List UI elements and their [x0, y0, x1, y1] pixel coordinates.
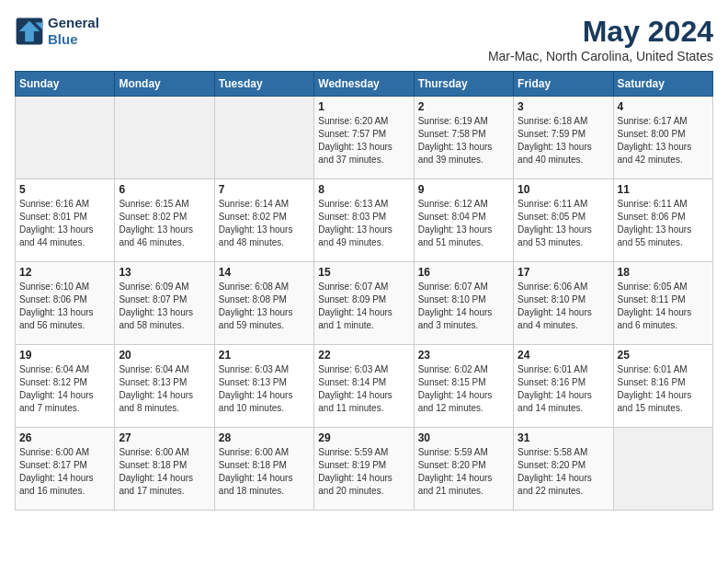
calendar-week-2: 5Sunrise: 6:16 AM Sunset: 8:01 PM Daylig…	[16, 179, 713, 262]
weekday-header-friday: Friday	[514, 72, 613, 97]
calendar-week-5: 26Sunrise: 6:00 AM Sunset: 8:17 PM Dayli…	[16, 428, 713, 511]
day-number: 28	[219, 431, 310, 444]
day-info: Sunrise: 5:59 AM Sunset: 8:19 PM Dayligh…	[318, 446, 409, 498]
day-number: 18	[618, 266, 709, 279]
weekday-header-thursday: Thursday	[414, 72, 513, 97]
calendar-cell: 11Sunrise: 6:11 AM Sunset: 8:06 PM Dayli…	[613, 179, 712, 262]
calendar-cell: 13Sunrise: 6:09 AM Sunset: 8:07 PM Dayli…	[115, 262, 214, 345]
calendar-cell: 30Sunrise: 5:59 AM Sunset: 8:20 PM Dayli…	[414, 428, 513, 511]
calendar-cell: 31Sunrise: 5:58 AM Sunset: 8:20 PM Dayli…	[514, 428, 613, 511]
calendar-cell: 1Sunrise: 6:20 AM Sunset: 7:57 PM Daylig…	[314, 97, 414, 179]
day-number: 5	[19, 183, 110, 196]
day-info: Sunrise: 6:07 AM Sunset: 8:10 PM Dayligh…	[418, 281, 509, 332]
day-info: Sunrise: 5:59 AM Sunset: 8:20 PM Dayligh…	[418, 446, 509, 498]
day-info: Sunrise: 6:02 AM Sunset: 8:15 PM Dayligh…	[418, 363, 509, 415]
day-number: 24	[518, 349, 609, 362]
day-info: Sunrise: 6:03 AM Sunset: 8:13 PM Dayligh…	[219, 363, 310, 415]
day-number: 27	[119, 431, 210, 444]
day-info: Sunrise: 6:12 AM Sunset: 8:04 PM Dayligh…	[418, 198, 509, 249]
day-info: Sunrise: 6:20 AM Sunset: 7:57 PM Dayligh…	[318, 115, 409, 167]
calendar-cell: 5Sunrise: 6:16 AM Sunset: 8:01 PM Daylig…	[16, 179, 115, 262]
day-number: 4	[618, 100, 709, 113]
day-number: 22	[318, 349, 409, 362]
month-title: May 2024	[488, 15, 713, 49]
day-info: Sunrise: 6:07 AM Sunset: 8:09 PM Dayligh…	[318, 281, 409, 332]
calendar-cell: 17Sunrise: 6:06 AM Sunset: 8:10 PM Dayli…	[514, 262, 613, 345]
calendar-cell: 20Sunrise: 6:04 AM Sunset: 8:13 PM Dayli…	[115, 345, 214, 428]
day-info: Sunrise: 6:03 AM Sunset: 8:14 PM Dayligh…	[318, 363, 409, 415]
calendar-cell	[115, 97, 214, 179]
calendar-cell: 15Sunrise: 6:07 AM Sunset: 8:09 PM Dayli…	[314, 262, 414, 345]
calendar-cell: 10Sunrise: 6:11 AM Sunset: 8:05 PM Dayli…	[514, 179, 613, 262]
day-number: 31	[518, 431, 609, 444]
calendar-cell: 29Sunrise: 5:59 AM Sunset: 8:19 PM Dayli…	[314, 428, 414, 511]
day-number: 2	[418, 100, 509, 113]
day-number: 10	[518, 183, 609, 196]
weekday-header-wednesday: Wednesday	[314, 72, 414, 97]
calendar-cell: 4Sunrise: 6:17 AM Sunset: 8:00 PM Daylig…	[613, 97, 712, 179]
day-info: Sunrise: 6:09 AM Sunset: 8:07 PM Dayligh…	[119, 281, 210, 332]
calendar-cell: 21Sunrise: 6:03 AM Sunset: 8:13 PM Dayli…	[214, 345, 313, 428]
day-info: Sunrise: 5:58 AM Sunset: 8:20 PM Dayligh…	[518, 446, 609, 498]
logo-text: General Blue	[48, 15, 99, 48]
day-info: Sunrise: 6:01 AM Sunset: 8:16 PM Dayligh…	[618, 363, 709, 415]
calendar-week-4: 19Sunrise: 6:04 AM Sunset: 8:12 PM Dayli…	[16, 345, 713, 428]
logo-icon	[15, 17, 44, 46]
calendar-cell: 25Sunrise: 6:01 AM Sunset: 8:16 PM Dayli…	[613, 345, 712, 428]
day-number: 25	[618, 349, 709, 362]
calendar-header-row: SundayMondayTuesdayWednesdayThursdayFrid…	[16, 72, 713, 97]
calendar-cell: 6Sunrise: 6:15 AM Sunset: 8:02 PM Daylig…	[115, 179, 214, 262]
day-info: Sunrise: 6:00 AM Sunset: 8:17 PM Dayligh…	[19, 446, 110, 498]
calendar-cell: 23Sunrise: 6:02 AM Sunset: 8:15 PM Dayli…	[414, 345, 513, 428]
day-number: 7	[219, 183, 310, 196]
day-number: 13	[119, 266, 210, 279]
day-info: Sunrise: 6:11 AM Sunset: 8:05 PM Dayligh…	[518, 198, 609, 249]
calendar-cell: 28Sunrise: 6:00 AM Sunset: 8:18 PM Dayli…	[214, 428, 313, 511]
day-info: Sunrise: 6:10 AM Sunset: 8:06 PM Dayligh…	[19, 281, 110, 332]
calendar-cell	[16, 97, 115, 179]
day-info: Sunrise: 6:04 AM Sunset: 8:13 PM Dayligh…	[119, 363, 210, 415]
calendar-cell: 26Sunrise: 6:00 AM Sunset: 8:17 PM Dayli…	[16, 428, 115, 511]
day-number: 26	[19, 431, 110, 444]
day-number: 30	[418, 431, 509, 444]
day-number: 19	[19, 349, 110, 362]
day-number: 23	[418, 349, 509, 362]
weekday-header-saturday: Saturday	[613, 72, 712, 97]
day-number: 12	[19, 266, 110, 279]
day-number: 17	[518, 266, 609, 279]
day-info: Sunrise: 6:17 AM Sunset: 8:00 PM Dayligh…	[618, 115, 709, 167]
day-number: 16	[418, 266, 509, 279]
calendar-cell	[613, 428, 712, 511]
weekday-header-tuesday: Tuesday	[214, 72, 313, 97]
day-info: Sunrise: 6:04 AM Sunset: 8:12 PM Dayligh…	[19, 363, 110, 415]
day-number: 8	[318, 183, 409, 196]
calendar-cell: 3Sunrise: 6:18 AM Sunset: 7:59 PM Daylig…	[514, 97, 613, 179]
weekday-header-sunday: Sunday	[16, 72, 115, 97]
day-info: Sunrise: 6:18 AM Sunset: 7:59 PM Dayligh…	[518, 115, 609, 167]
day-number: 9	[418, 183, 509, 196]
day-number: 6	[119, 183, 210, 196]
logo: General Blue	[15, 15, 99, 48]
calendar-week-1: 1Sunrise: 6:20 AM Sunset: 7:57 PM Daylig…	[16, 97, 713, 179]
calendar-cell: 16Sunrise: 6:07 AM Sunset: 8:10 PM Dayli…	[414, 262, 513, 345]
calendar-cell: 9Sunrise: 6:12 AM Sunset: 8:04 PM Daylig…	[414, 179, 513, 262]
calendar-cell: 14Sunrise: 6:08 AM Sunset: 8:08 PM Dayli…	[214, 262, 313, 345]
calendar-cell: 2Sunrise: 6:19 AM Sunset: 7:58 PM Daylig…	[414, 97, 513, 179]
calendar-cell: 19Sunrise: 6:04 AM Sunset: 8:12 PM Dayli…	[16, 345, 115, 428]
location: Mar-Mac, North Carolina, United States	[488, 49, 713, 63]
calendar-cell: 8Sunrise: 6:13 AM Sunset: 8:03 PM Daylig…	[314, 179, 414, 262]
day-info: Sunrise: 6:11 AM Sunset: 8:06 PM Dayligh…	[618, 198, 709, 249]
day-info: Sunrise: 6:16 AM Sunset: 8:01 PM Dayligh…	[19, 198, 110, 249]
calendar-cell	[214, 97, 313, 179]
day-info: Sunrise: 6:19 AM Sunset: 7:58 PM Dayligh…	[418, 115, 509, 167]
weekday-header-monday: Monday	[115, 72, 214, 97]
calendar-table: SundayMondayTuesdayWednesdayThursdayFrid…	[15, 71, 713, 511]
calendar-cell: 12Sunrise: 6:10 AM Sunset: 8:06 PM Dayli…	[16, 262, 115, 345]
day-number: 15	[318, 266, 409, 279]
day-number: 11	[618, 183, 709, 196]
day-number: 14	[219, 266, 310, 279]
day-info: Sunrise: 6:14 AM Sunset: 8:02 PM Dayligh…	[219, 198, 310, 249]
day-info: Sunrise: 6:00 AM Sunset: 8:18 PM Dayligh…	[219, 446, 310, 498]
day-info: Sunrise: 6:00 AM Sunset: 8:18 PM Dayligh…	[119, 446, 210, 498]
calendar-week-3: 12Sunrise: 6:10 AM Sunset: 8:06 PM Dayli…	[16, 262, 713, 345]
